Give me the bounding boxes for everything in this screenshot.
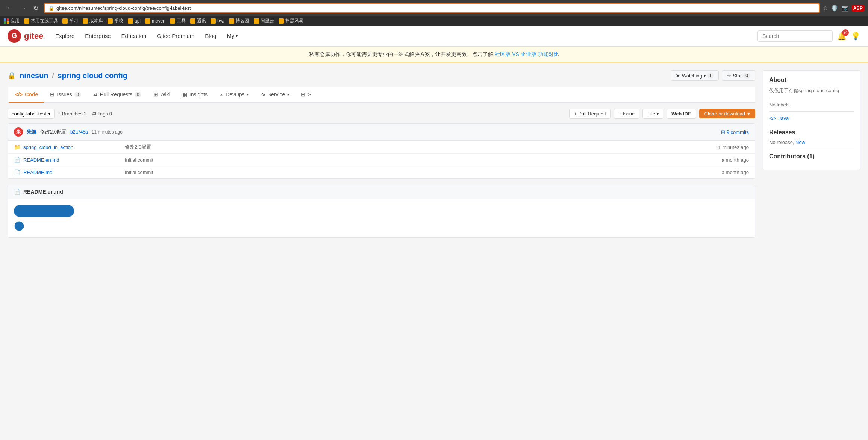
title-separator: / — [52, 71, 54, 80]
readme-file-icon: 📄 — [14, 189, 20, 195]
file-name-link[interactable]: README.en.md — [23, 157, 117, 163]
readme-icon-circle — [14, 221, 24, 231]
bookmark-tools2[interactable]: 工具 — [170, 18, 186, 24]
commit-time: 11 minutes ago — [92, 129, 123, 135]
repo-action-buttons: 👁 Watching ▾ 1 ☆ Star 0 — [671, 70, 755, 81]
tab-devops[interactable]: ∞ DevOps ▾ — [214, 87, 255, 103]
tab-devops-label: DevOps — [226, 91, 245, 97]
watching-button[interactable]: 👁 Watching ▾ 1 — [671, 70, 719, 81]
repo-owner-link[interactable]: ninesun — [20, 71, 48, 80]
branch-caret: ▾ — [48, 112, 50, 116]
file-table: 朱 朱旭 修改2.0配置 b2a745a 11 minutes ago ⊟ 9 … — [8, 123, 755, 179]
banner-text: 私有仓库协作，你可能需要更专业的一站式解决方案，让开发更高效。点击了解 — [309, 51, 495, 57]
language-separator — [769, 111, 854, 112]
abp-icon[interactable]: ABP — [852, 5, 864, 12]
devops-icon: ∞ — [220, 91, 223, 97]
contributors-separator — [769, 149, 854, 149]
tab-insights[interactable]: ▦ Insights — [176, 87, 214, 103]
bookmark-apps[interactable]: 应用 — [4, 18, 20, 24]
browser-actions: ☆ 🛡️ 📷 ABP — [823, 5, 864, 12]
repo-main: 🔒 ninesun / spring cloud config 👁 Watchi… — [8, 70, 755, 238]
tags-link[interactable]: 🏷 Tags 0 — [91, 111, 112, 117]
about-separator — [769, 98, 854, 98]
file-button[interactable]: File ▾ — [642, 109, 663, 119]
nav-explore[interactable]: Explore — [51, 30, 79, 42]
bookmark-folder-icon — [108, 18, 113, 24]
pull-request-button[interactable]: + Pull Request — [569, 109, 611, 119]
bookmark-api[interactable]: api — [128, 18, 141, 24]
gitee-logo[interactable]: G gitee — [8, 29, 43, 43]
tab-wiki[interactable]: ⊞ Wiki — [147, 87, 176, 103]
repo-title-area: 🔒 ninesun / spring cloud config — [8, 71, 127, 80]
branches-link[interactable]: ⑂ Branches 2 — [58, 111, 87, 117]
nav-my[interactable]: My ▾ — [222, 30, 242, 42]
bookmark-cnblogs[interactable]: 博客园 — [229, 18, 249, 24]
tags-label: Tags 0 — [98, 111, 112, 117]
bookmark-aliyun-label: 阿里云 — [261, 18, 274, 24]
tab-code[interactable]: </> Code — [9, 87, 44, 103]
tips-icon: 💡 — [851, 32, 860, 41]
nav-blog[interactable]: Blog — [200, 30, 221, 42]
bookmark-aliyun[interactable]: 阿里云 — [254, 18, 274, 24]
clone-or-download-button[interactable]: Clone or download ▾ — [699, 109, 755, 118]
nav-education[interactable]: Education — [117, 30, 151, 42]
apps-grid-icon — [4, 18, 9, 24]
tab-code-label: Code — [25, 91, 38, 97]
bookmark-repos[interactable]: 版本库 — [83, 18, 103, 24]
bookmark-bilibili[interactable]: b站 — [211, 18, 224, 24]
extension-icon[interactable]: 🛡️ — [831, 5, 838, 12]
tab-service[interactable]: ∿ Service ▾ — [255, 87, 295, 103]
about-section: About 仅仅用于存储spring cloud config No label… — [763, 70, 860, 170]
bookmark-tools[interactable]: 常用在线工具 — [24, 18, 58, 24]
nav-enterprise[interactable]: Enterprise — [80, 30, 115, 42]
refresh-button[interactable]: ↻ — [31, 3, 41, 13]
promo-banner: 私有仓库协作，你可能需要更专业的一站式解决方案，让开发更高效。点击了解 社区版 … — [0, 47, 868, 63]
tab-pull-requests[interactable]: ⇄ Pull Requests 0 — [87, 87, 148, 103]
bookmark-folder-icon — [254, 18, 259, 24]
file-name-link[interactable]: spring_cloud_in_action — [23, 144, 117, 150]
bookmark-folder-icon — [128, 18, 133, 24]
bookmark-saohefengbao[interactable]: 扫黑风暴 — [279, 18, 303, 24]
search-input[interactable] — [757, 30, 833, 42]
bookmark-school[interactable]: 学校 — [108, 18, 123, 24]
bookmark-maven[interactable]: maven — [145, 18, 165, 24]
nav-premium[interactable]: Gitee Premium — [152, 30, 199, 42]
repo-name-link[interactable]: spring cloud config — [58, 71, 127, 80]
file-commit-msg: Initial commit — [117, 157, 722, 163]
issue-button[interactable]: + Issue — [614, 109, 639, 119]
bookmark-repos-label: 版本库 — [89, 18, 103, 24]
bookmark-folder-icon — [170, 18, 175, 24]
bookmark-bilibili-label: b站 — [217, 18, 224, 24]
new-release-link[interactable]: New — [795, 140, 805, 145]
file-icon: 📄 — [14, 169, 20, 175]
webide-button[interactable]: Web IDE — [667, 109, 696, 119]
service-icon: ∿ — [261, 91, 265, 97]
about-description: 仅仅用于存储spring cloud config — [769, 87, 854, 94]
bookmark-tools2-label: 工具 — [177, 18, 186, 24]
commit-author-link[interactable]: 朱旭 — [27, 129, 36, 135]
bookmark-apps-label: 应用 — [11, 18, 20, 24]
bookmark-study[interactable]: 学习 — [62, 18, 78, 24]
forward-button[interactable]: → — [17, 3, 29, 13]
camera-icon[interactable]: 📷 — [841, 5, 849, 12]
address-bar[interactable]: 🔒 gitee.com/ninesuntec/spring-cloud-conf… — [44, 3, 820, 13]
community-vs-enterprise-link[interactable]: 社区版 VS 企业版 功能对比 — [495, 51, 559, 57]
bookmark-saohefengbao-label: 扫黑风暴 — [285, 18, 303, 24]
notification-button[interactable]: 🔔 24 — [837, 32, 847, 41]
commits-count-link[interactable]: ⊟ 9 commits — [721, 129, 749, 135]
nav-my-label: My — [227, 33, 234, 39]
back-button[interactable]: ← — [4, 3, 15, 13]
star-button[interactable]: ☆ Star 0 — [722, 70, 755, 81]
tab-issues[interactable]: ⊟ Issues 0 — [44, 87, 87, 103]
tab-s[interactable]: ⊟ S — [295, 87, 317, 103]
bookmark-folder-icon — [229, 18, 234, 24]
branch-selector[interactable]: config-label-test ▾ — [8, 109, 55, 119]
bookmarks-bar: 应用 常用在线工具 学习 版本库 学校 api maven 工具 通讯 b站 博… — [0, 16, 868, 26]
star-page-button[interactable]: ☆ — [823, 5, 828, 12]
language-link[interactable]: Java — [779, 115, 789, 121]
file-name-link[interactable]: README.md — [23, 170, 117, 175]
branches-label: Branches 2 — [62, 111, 87, 117]
bookmark-comms[interactable]: 通讯 — [190, 18, 206, 24]
branch-name: config-label-test — [12, 111, 46, 117]
commit-hash-link[interactable]: b2a745a — [70, 129, 88, 135]
